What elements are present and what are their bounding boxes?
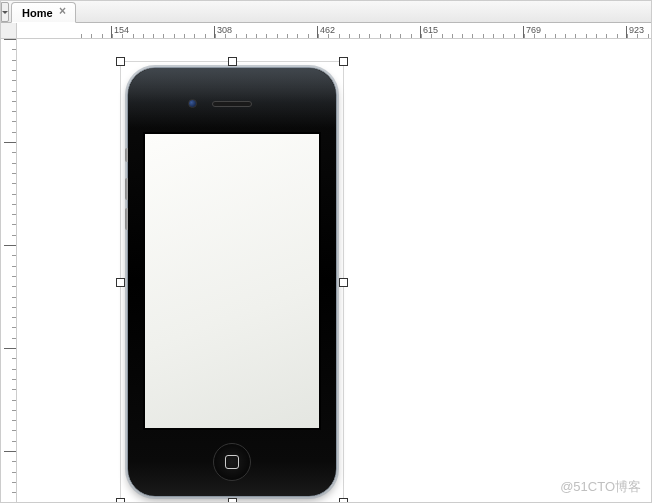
ruler-tick-minor	[12, 111, 16, 112]
ruler-tick-minor	[349, 34, 350, 38]
ruler-tick-minor	[12, 297, 16, 298]
ruler-tick-minor	[565, 34, 566, 38]
resize-handle-tc[interactable]	[228, 57, 237, 66]
close-icon[interactable]: ×	[57, 6, 69, 18]
ruler-tick-minor	[266, 34, 267, 38]
ruler-tick-minor	[452, 34, 453, 38]
design-canvas[interactable]	[17, 39, 651, 502]
ruler-tick-minor	[194, 34, 195, 38]
phone-screen	[143, 132, 321, 430]
ruler-tick-major: 923	[626, 26, 644, 38]
ruler-tick-minor	[411, 34, 412, 38]
ruler-tick-major	[4, 142, 16, 143]
ruler-tick-minor	[12, 420, 16, 421]
ruler-tick-minor	[555, 34, 556, 38]
ruler-tick-minor	[12, 60, 16, 61]
ruler-corner	[1, 23, 17, 39]
vertical-ruler[interactable]	[1, 39, 17, 502]
ruler-tick-minor	[297, 34, 298, 38]
ruler-tick-minor	[493, 34, 494, 38]
resize-handle-tl[interactable]	[116, 57, 125, 66]
mute-switch-icon	[125, 148, 128, 162]
ruler-tick-minor	[12, 461, 16, 462]
ruler-tick-minor	[225, 34, 226, 38]
ruler-tick-minor	[472, 34, 473, 38]
ruler-tick-minor	[617, 34, 618, 38]
ruler-tick-major	[4, 245, 16, 246]
ruler-tick-minor	[328, 34, 329, 38]
ruler-tick-minor	[606, 34, 607, 38]
ruler-tick-minor	[12, 255, 16, 256]
resize-handle-br[interactable]	[339, 498, 348, 503]
ruler-tick-major	[4, 451, 16, 452]
camera-icon	[188, 99, 197, 108]
ruler-tick-minor	[12, 121, 16, 122]
tab-dropdown-icon[interactable]	[1, 2, 9, 22]
ruler-tick-minor	[524, 34, 525, 38]
ruler-tick-minor	[421, 34, 422, 38]
volume-down-icon	[125, 208, 128, 230]
ruler-tick-minor	[205, 34, 206, 38]
ruler-tick-minor	[12, 286, 16, 287]
ruler-tick-minor	[256, 34, 257, 38]
ruler-tick-minor	[12, 224, 16, 225]
ruler-tick-minor	[514, 34, 515, 38]
ruler-tick-minor	[102, 34, 103, 38]
home-button-icon	[213, 443, 251, 481]
speaker-icon	[212, 101, 252, 107]
ruler-tick-minor	[133, 34, 134, 38]
ruler-tick-minor	[12, 389, 16, 390]
horizontal-ruler[interactable]: 154308462615769923	[17, 23, 651, 39]
tab-home[interactable]: Home ×	[11, 2, 76, 23]
ruler-tick-minor	[483, 34, 484, 38]
ruler-tick-minor	[12, 132, 16, 133]
ruler-tick-minor	[12, 214, 16, 215]
ruler-tick-minor	[12, 472, 16, 473]
ruler-tick-minor	[442, 34, 443, 38]
ruler-tick-major: 615	[420, 26, 438, 38]
ruler-tick-minor	[12, 152, 16, 153]
ruler-tick-minor	[12, 338, 16, 339]
ruler-tick-minor	[12, 91, 16, 92]
ruler-tick-minor	[586, 34, 587, 38]
ruler-tick-minor	[215, 34, 216, 38]
ruler-tick-minor	[143, 34, 144, 38]
ruler-tick-minor	[122, 34, 123, 38]
ruler-tick-minor	[12, 307, 16, 308]
ruler-tick-minor	[12, 410, 16, 411]
ruler-tick-minor	[153, 34, 154, 38]
ruler-tick-minor	[12, 430, 16, 431]
ruler-tick-minor	[163, 34, 164, 38]
ruler-tick-minor	[12, 204, 16, 205]
ruler-tick-minor	[12, 276, 16, 277]
resize-handle-bl[interactable]	[116, 498, 125, 503]
ruler-tick-minor	[287, 34, 288, 38]
tab-bar: Home ×	[1, 1, 651, 23]
ruler-tick-minor	[503, 34, 504, 38]
ruler-tick-minor	[12, 70, 16, 71]
ruler-tick-minor	[12, 49, 16, 50]
phone-mockup[interactable]	[127, 67, 337, 497]
ruler-tick-minor	[174, 34, 175, 38]
resize-handle-mr[interactable]	[339, 278, 348, 287]
ruler-tick-minor	[12, 173, 16, 174]
ruler-tick-minor	[112, 34, 113, 38]
resize-handle-bc[interactable]	[228, 498, 237, 503]
ruler-tick-minor	[12, 101, 16, 102]
ruler-tick-minor	[390, 34, 391, 38]
phone-gloss	[128, 68, 336, 128]
ruler-tick-minor	[359, 34, 360, 38]
ruler-tick-minor	[12, 492, 16, 493]
phone-body	[127, 67, 337, 497]
ruler-tick-minor	[91, 34, 92, 38]
ruler-tick-minor	[545, 34, 546, 38]
resize-handle-tr[interactable]	[339, 57, 348, 66]
ruler-tick-minor	[12, 163, 16, 164]
ruler-tick-minor	[246, 34, 247, 38]
ruler-tick-minor	[12, 400, 16, 401]
ruler-tick-minor	[12, 358, 16, 359]
ruler-tick-minor	[277, 34, 278, 38]
resize-handle-ml[interactable]	[116, 278, 125, 287]
ruler-tick-minor	[12, 80, 16, 81]
ruler-tick-minor	[369, 34, 370, 38]
